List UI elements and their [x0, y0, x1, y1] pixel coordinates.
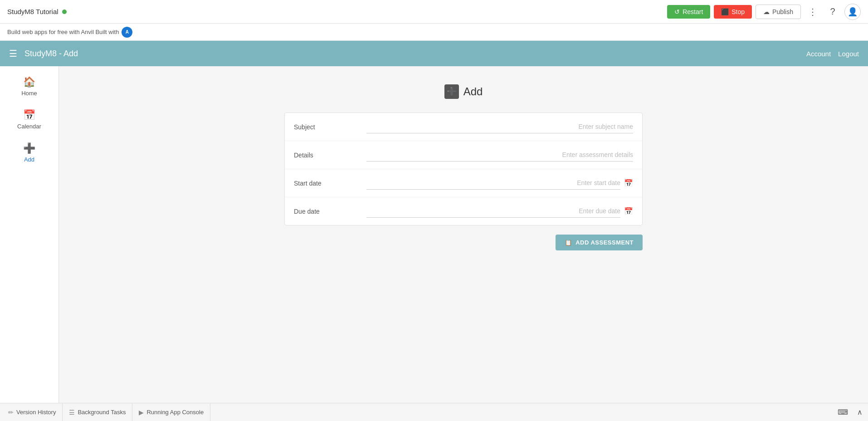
details-input[interactable]: [366, 148, 633, 162]
hamburger-menu[interactable]: ☰: [9, 48, 17, 59]
background-tasks-tab[interactable]: ☰ Background Tasks: [63, 403, 132, 421]
top-bar-left: StudyM8 Tutorial: [7, 8, 67, 15]
sidebar-item-home-label: Home: [21, 90, 37, 97]
form-row-start-date: Start date 📅: [285, 169, 642, 197]
anvil-banner-text: Build web apps for free with Anvil Built…: [7, 29, 119, 35]
restart-button[interactable]: ↺ Restart: [667, 5, 710, 19]
running-app-console-label: Running App Console: [146, 409, 204, 416]
more-options-button[interactable]: ⋮: [805, 5, 821, 19]
nav-account-link[interactable]: Account: [806, 50, 831, 58]
sidebar: 🏠 Home 📅 Calendar ➕ Add: [0, 66, 59, 403]
version-history-icon: ✏: [8, 409, 14, 416]
sidebar-item-add[interactable]: ➕ Add: [2, 137, 57, 168]
terminal-button[interactable]: ⌨: [834, 406, 852, 418]
page-title-icon: ➕: [444, 84, 459, 99]
subject-input-wrapper: [366, 120, 633, 133]
nav-app-title: StudyM8 - Add: [24, 49, 78, 59]
due-date-calendar-icon: 📅: [624, 207, 633, 215]
app-nav: ☰ StudyM8 - Add Account Logout: [0, 41, 868, 66]
start-date-input[interactable]: [366, 176, 620, 190]
running-app-console-tab[interactable]: ▶ Running App Console: [132, 403, 210, 421]
add-icon: ➕: [23, 142, 35, 154]
help-button[interactable]: ?: [824, 4, 841, 20]
app-nav-right: Account Logout: [806, 50, 859, 58]
due-date-input[interactable]: [366, 205, 620, 218]
form-row-subject: Subject: [285, 113, 642, 141]
home-icon: 🏠: [23, 76, 35, 88]
details-label: Details: [294, 152, 366, 159]
start-date-label: Start date: [294, 180, 366, 187]
start-date-input-group: 📅: [366, 176, 633, 190]
add-assessment-button[interactable]: 📋 ADD ASSESSMENT: [556, 235, 643, 250]
due-date-input-wrapper: 📅: [366, 205, 633, 218]
form-card: Subject Details Start date 📅: [284, 113, 643, 225]
top-bar-right: ↺ Restart ⬛ Stop ☁ Publish ⋮ ? 👤: [667, 4, 861, 20]
stop-button[interactable]: ⬛ Stop: [714, 5, 752, 19]
details-input-wrapper: [366, 148, 633, 162]
calendar-icon: 📅: [23, 109, 35, 121]
nav-logout-link[interactable]: Logout: [838, 50, 859, 58]
page-title-text: Add: [463, 85, 483, 98]
bottom-bar-right: ⌨ ∧: [834, 406, 866, 418]
subject-input[interactable]: [366, 120, 633, 133]
restart-icon: ↺: [674, 8, 680, 15]
bottom-bar: ✏ Version History ☰ Background Tasks ▶ R…: [0, 403, 868, 421]
user-account-button[interactable]: 👤: [844, 4, 861, 20]
due-date-label: Due date: [294, 208, 366, 215]
start-date-input-wrapper: 📅: [366, 176, 633, 190]
form-row-due-date: Due date 📅: [285, 197, 642, 225]
cloud-upload-icon: ☁: [763, 8, 770, 15]
background-tasks-label: Background Tasks: [78, 409, 126, 416]
form-row-details: Details: [285, 141, 642, 169]
content-area: ➕ Add Subject Details Start date: [59, 66, 868, 403]
subject-label: Subject: [294, 123, 366, 131]
main-layout: 🏠 Home 📅 Calendar ➕ Add ➕ Add Subject: [0, 66, 868, 403]
running-app-console-icon: ▶: [139, 409, 144, 416]
version-history-tab[interactable]: ✏ Version History: [2, 403, 63, 421]
app-nav-left: ☰ StudyM8 - Add: [9, 48, 78, 59]
sidebar-item-calendar[interactable]: 📅 Calendar: [2, 104, 57, 135]
add-assessment-icon: 📋: [565, 239, 572, 246]
status-dot: [62, 10, 67, 14]
background-tasks-icon: ☰: [69, 409, 75, 416]
start-date-calendar-icon: 📅: [624, 179, 633, 187]
publish-button[interactable]: ☁ Publish: [756, 5, 801, 19]
version-history-label: Version History: [16, 409, 56, 416]
sidebar-item-home[interactable]: 🏠 Home: [2, 71, 57, 102]
page-title: ➕ Add: [444, 84, 483, 99]
collapse-button[interactable]: ∧: [853, 406, 866, 418]
anvil-banner: Build web apps for free with Anvil Built…: [0, 24, 868, 41]
sidebar-item-add-label: Add: [24, 156, 34, 163]
anvil-logo: A: [122, 27, 132, 38]
app-title: StudyM8 Tutorial: [7, 8, 59, 15]
stop-icon: ⬛: [721, 8, 729, 15]
due-date-input-group: 📅: [366, 205, 633, 218]
add-assessment-label: ADD ASSESSMENT: [575, 239, 634, 246]
top-bar: StudyM8 Tutorial ↺ Restart ⬛ Stop ☁ Publ…: [0, 0, 868, 24]
sidebar-item-calendar-label: Calendar: [17, 123, 41, 130]
